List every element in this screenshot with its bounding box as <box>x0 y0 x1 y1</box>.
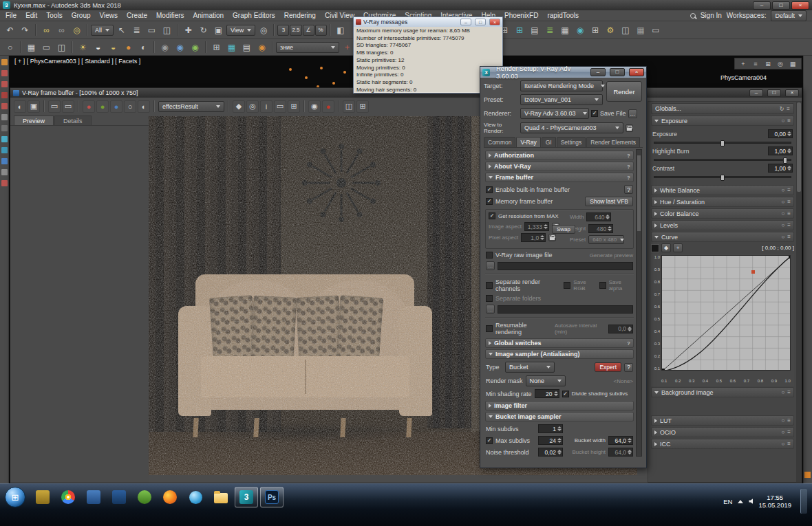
get-resolution-checkbox[interactable]: ✓ <box>489 212 495 219</box>
hidden-icons-arrow[interactable] <box>738 500 743 503</box>
taskbar-app-commander[interactable] <box>31 487 54 507</box>
show-last-vfb-button[interactable]: Show last VFB <box>585 197 633 206</box>
vfb-blue-channel-icon[interactable]: ● <box>110 100 122 113</box>
bind-spacewarp-icon[interactable]: ◎ <box>70 23 84 37</box>
exposure-spinner[interactable]: 0,00 <box>768 129 793 138</box>
viewport-region-icon[interactable]: ▭ <box>39 40 54 54</box>
cc-section-background-image[interactable]: Background Image○≡ <box>651 387 794 397</box>
viewport-grid-icon[interactable]: ▦ <box>24 40 39 54</box>
highlight-burn-slider[interactable] <box>654 159 791 161</box>
menu-rendering[interactable]: Rendering <box>284 12 316 19</box>
messages-maximize-button[interactable]: □ <box>475 19 486 25</box>
rollout-about-vray[interactable]: About V-Ray? <box>485 162 634 171</box>
vfb-monitor-icon[interactable]: ▭ <box>48 100 61 113</box>
scale-button[interactable]: ▣ <box>211 23 226 37</box>
resumable-rendering-checkbox[interactable] <box>486 325 493 332</box>
save-file-browse-button[interactable]: ... <box>628 109 637 118</box>
rs-maximize-button[interactable]: □ <box>610 68 625 76</box>
safe-frame-icon[interactable]: ◎ <box>776 59 785 69</box>
vfb-maximize-button[interactable]: □ <box>767 89 781 97</box>
tab-preview[interactable]: Preview <box>14 116 54 126</box>
select-by-name-button[interactable]: ≣ <box>129 23 144 37</box>
save-rgb-checkbox[interactable] <box>564 282 570 289</box>
toolbar-table2-icon[interactable]: ⊞ <box>513 23 527 37</box>
tab-render-elements[interactable]: Render Elements <box>586 137 640 147</box>
plus-magnet-icon[interactable]: + <box>340 40 354 54</box>
noise-threshold-spinner[interactable]: 0,02 <box>538 448 563 457</box>
select-link-icon[interactable]: ∞ <box>39 23 54 37</box>
select-object-button[interactable]: ↖ <box>114 23 129 37</box>
spheres-stack2-icon[interactable]: ◉ <box>173 40 187 54</box>
raw-file-checkbox[interactable] <box>486 252 493 259</box>
cc-section-color-balance[interactable]: Color Balance○≡ <box>651 208 794 219</box>
display-mode-icon[interactable]: ▦ <box>788 59 798 69</box>
sign-in-button[interactable]: Sign In <box>701 12 722 19</box>
menu-civil-view[interactable]: Civil View <box>325 12 354 19</box>
left-toolbar-icon[interactable] <box>1 59 8 65</box>
cc-section-white-balance[interactable]: White Balance○≡ <box>651 185 794 195</box>
pixel-aspect-lock-icon[interactable] <box>548 234 556 241</box>
maximize-button[interactable]: □ <box>772 1 790 10</box>
vfb-red-channel-icon[interactable]: ● <box>83 100 95 113</box>
max-subdivs-spinner[interactable]: 24 <box>538 436 563 445</box>
messages-titlebar[interactable]: V-Ray messages – □ × <box>354 17 502 27</box>
language-indicator[interactable]: EN <box>723 498 732 505</box>
left-toolbar-icon[interactable] <box>1 114 8 120</box>
height-spinner[interactable]: 480 <box>588 224 613 233</box>
image-aspect-spinner[interactable]: 1,333 <box>524 222 549 231</box>
rollout-image-filter[interactable]: Image filter <box>485 401 634 410</box>
bucket-width-spinner[interactable]: 64,0 <box>608 436 633 445</box>
angle-snap-button[interactable]: ∠ <box>303 25 314 36</box>
taskbar-app-blue-panel[interactable] <box>82 487 105 507</box>
use-center-button[interactable]: ◎ <box>256 23 270 37</box>
view-list-icon[interactable]: ≡ <box>751 59 760 69</box>
close-button[interactable]: × <box>791 1 809 10</box>
vfb-track-mouse-icon[interactable]: ⊞ <box>288 100 300 113</box>
menu-phoenixfd[interactable]: PhoenixFD <box>504 12 538 19</box>
divide-shading-checkbox[interactable]: ✓ <box>562 391 569 397</box>
cc-menu-icon[interactable]: ≡ <box>787 106 790 112</box>
left-toolbar-icon[interactable] <box>1 158 8 164</box>
move-button[interactable]: ✚ <box>181 23 195 37</box>
rollout-authorization[interactable]: Authorization? <box>485 151 634 160</box>
menu-group[interactable]: Group <box>72 12 91 19</box>
search-icon[interactable] <box>690 13 696 19</box>
workspaces-dropdown[interactable]: Default <box>771 10 806 21</box>
render-setup-titlebar[interactable]: 3 Render Setup: V-Ray Adv 3.60.03 – □ × <box>480 67 646 78</box>
cc-section-curve[interactable]: Curve○≡ <box>651 232 794 242</box>
percent-snap-button[interactable]: % <box>315 25 327 36</box>
left-toolbar-icon[interactable] <box>1 136 8 142</box>
layers-small-icon[interactable]: ▤ <box>239 40 254 54</box>
tab-gi[interactable]: GI <box>542 137 556 147</box>
contrast-spinner[interactable]: 1,00 <box>768 164 793 173</box>
toolbar-grid3-icon[interactable]: ▦ <box>634 23 648 37</box>
vfb-save-icon[interactable]: ▣ <box>28 100 40 113</box>
viewport-window-icon[interactable]: ◫ <box>54 40 69 54</box>
target-dropdown[interactable]: Iterative Rendering Mode <box>520 80 603 91</box>
curve-point-button[interactable]: ◆ <box>661 243 671 252</box>
render-mask-dropdown[interactable]: None <box>526 375 566 386</box>
cc-section-ocio[interactable]: OCIO○≡ <box>651 427 794 437</box>
menu-animation[interactable]: Animation <box>193 12 224 19</box>
cc-reset-icon[interactable]: ↻ <box>780 106 784 112</box>
rollout-image-sampler[interactable]: Image sampler (Antialiasing) <box>485 349 634 359</box>
tab-vray[interactable]: V-Ray <box>516 137 540 147</box>
taskbar-app-media[interactable] <box>107 487 131 507</box>
add-view-icon[interactable]: + <box>738 59 748 69</box>
channels-browse-button[interactable]: ... <box>486 305 495 314</box>
menu-rapidtools[interactable]: rapidTools <box>547 12 579 19</box>
start-button[interactable]: ⊞ <box>5 487 25 507</box>
teapot-yellow-icon[interactable]: ◒ <box>106 40 120 54</box>
sampler-type-dropdown[interactable]: Buc­ket <box>505 362 555 373</box>
minimize-button[interactable]: – <box>753 1 771 10</box>
vfb-monitor2-icon[interactable]: ▭ <box>62 100 74 113</box>
memory-fb-checkbox[interactable]: ✓ <box>486 198 493 205</box>
menu-views[interactable]: Views <box>100 12 118 19</box>
save-file-checkbox[interactable]: ✓ <box>591 110 598 117</box>
toolbar-layers2-icon[interactable]: ▤ <box>528 23 542 37</box>
vfb-color-picker-icon[interactable]: ◆ <box>233 100 245 113</box>
lasso-select-icon[interactable]: ○ <box>3 40 17 54</box>
toolbar-grid2-icon[interactable]: ▦ <box>558 23 573 37</box>
view-lock-icon[interactable] <box>626 124 633 132</box>
cc-section-levels[interactable]: Levels○≡ <box>651 220 794 230</box>
